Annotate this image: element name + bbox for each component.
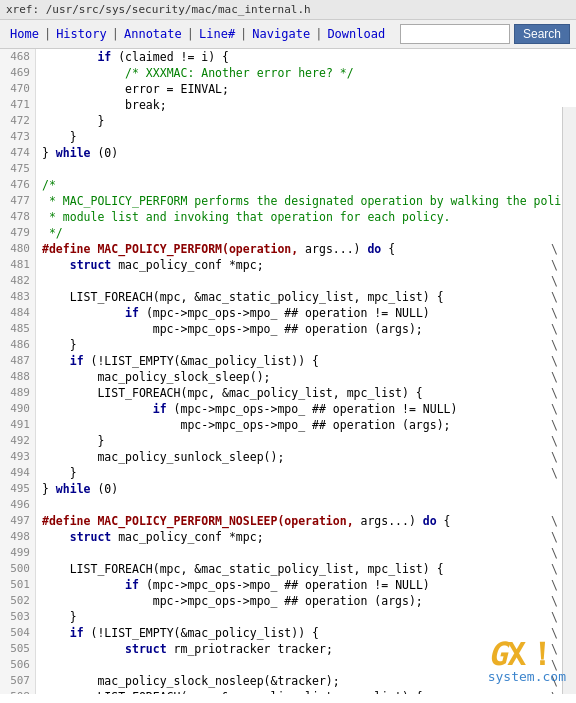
line-code: error = EINVAL; bbox=[36, 81, 576, 97]
line-number: 499 bbox=[0, 545, 36, 561]
line-number: 470 bbox=[0, 81, 36, 97]
line-continuation: \ bbox=[551, 337, 558, 353]
line-continuation: \ bbox=[551, 257, 558, 273]
line-code: /* bbox=[36, 177, 576, 193]
line-number: 481 bbox=[0, 257, 36, 273]
table-row: 481 struct mac_policy_conf *mpc;\ bbox=[0, 257, 576, 273]
line-code: * module list and invoking that operatio… bbox=[36, 209, 576, 225]
line-number: 471 bbox=[0, 97, 36, 113]
table-row: 473 } bbox=[0, 129, 576, 145]
line-number: 469 bbox=[0, 65, 36, 81]
search-input[interactable] bbox=[400, 24, 510, 44]
line-code: if (claimed != i) { bbox=[36, 49, 576, 65]
line-number: 503 bbox=[0, 609, 36, 625]
nav-sep-1: | bbox=[43, 27, 52, 41]
nav-sep-4: | bbox=[239, 27, 248, 41]
line-number: 496 bbox=[0, 497, 36, 513]
nav-sep-3: | bbox=[186, 27, 195, 41]
line-continuation: \ bbox=[551, 273, 558, 289]
nav-sep-5: | bbox=[314, 27, 323, 41]
line-number: 480 bbox=[0, 241, 36, 257]
line-code: struct mac_policy_conf *mpc;\ bbox=[36, 529, 576, 545]
line-continuation: \ bbox=[551, 241, 558, 257]
line-continuation: \ bbox=[551, 321, 558, 337]
line-continuation: \ bbox=[551, 433, 558, 449]
table-row: 482\ bbox=[0, 273, 576, 289]
line-number: 492 bbox=[0, 433, 36, 449]
table-row: 495} while (0) bbox=[0, 481, 576, 497]
line-code: } bbox=[36, 129, 576, 145]
line-code: LIST_FOREACH(mpc, &mac_static_policy_lis… bbox=[36, 561, 576, 577]
table-row: 489 LIST_FOREACH(mpc, &mac_policy_list, … bbox=[0, 385, 576, 401]
table-row: 468 if (claimed != i) { bbox=[0, 49, 576, 65]
nav-line[interactable]: Line# bbox=[195, 25, 239, 43]
line-code: LIST_FOREACH(mpc, &mac_policy_list, mpc_… bbox=[36, 689, 576, 694]
table-row: 502 mpc->mpc_ops->mpo_ ## operation (arg… bbox=[0, 593, 576, 609]
line-number: 506 bbox=[0, 657, 36, 673]
table-row: 501 if (mpc->mpc_ops->mpo_ ## operation … bbox=[0, 577, 576, 593]
nav-home[interactable]: Home bbox=[6, 25, 43, 43]
line-number: 495 bbox=[0, 481, 36, 497]
line-number: 497 bbox=[0, 513, 36, 529]
line-code: }\ bbox=[36, 465, 576, 481]
table-row: 503 }\ bbox=[0, 609, 576, 625]
line-continuation: \ bbox=[551, 577, 558, 593]
table-row: 492 }\ bbox=[0, 433, 576, 449]
line-code: }\ bbox=[36, 337, 576, 353]
line-number: 474 bbox=[0, 145, 36, 161]
line-number: 468 bbox=[0, 49, 36, 65]
scrollbar[interactable] bbox=[562, 107, 576, 694]
nav-download[interactable]: Download bbox=[323, 25, 389, 43]
line-code bbox=[36, 161, 576, 177]
line-continuation: \ bbox=[551, 417, 558, 433]
table-row: 493 mac_policy_sunlock_sleep();\ bbox=[0, 449, 576, 465]
table-row: 488 mac_policy_slock_sleep();\ bbox=[0, 369, 576, 385]
line-continuation: \ bbox=[551, 529, 558, 545]
table-row: 497#define MAC_POLICY_PERFORM_NOSLEEP(op… bbox=[0, 513, 576, 529]
table-row: 508 LIST_FOREACH(mpc, &mac_policy_list, … bbox=[0, 689, 576, 694]
line-number: 491 bbox=[0, 417, 36, 433]
table-row: 498 struct mac_policy_conf *mpc;\ bbox=[0, 529, 576, 545]
line-continuation: \ bbox=[551, 593, 558, 609]
nav-annotate[interactable]: Annotate bbox=[120, 25, 186, 43]
table-row: 494 }\ bbox=[0, 465, 576, 481]
line-code: } bbox=[36, 113, 576, 129]
search-button[interactable]: Search bbox=[514, 24, 570, 44]
line-code: mpc->mpc_ops->mpo_ ## operation (args);\ bbox=[36, 321, 576, 337]
lines-container: 468 if (claimed != i) {469 /* XXXMAC: An… bbox=[0, 49, 576, 694]
line-continuation: \ bbox=[551, 289, 558, 305]
line-code: \ bbox=[36, 545, 576, 561]
line-code: /* XXXMAC: Another error here? */ bbox=[36, 65, 576, 81]
line-code: * MAC_POLICY_PERFORM performs the design… bbox=[36, 193, 576, 209]
line-number: 487 bbox=[0, 353, 36, 369]
line-continuation: \ bbox=[551, 385, 558, 401]
table-row: 500 LIST_FOREACH(mpc, &mac_static_policy… bbox=[0, 561, 576, 577]
line-code: LIST_FOREACH(mpc, &mac_policy_list, mpc_… bbox=[36, 385, 576, 401]
nav-navigate[interactable]: Navigate bbox=[248, 25, 314, 43]
line-continuation: \ bbox=[551, 465, 558, 481]
line-number: 485 bbox=[0, 321, 36, 337]
line-number: 488 bbox=[0, 369, 36, 385]
line-number: 479 bbox=[0, 225, 36, 241]
nav-bar: Home | History | Annotate | Line# | Navi… bbox=[0, 20, 576, 49]
line-code: if (mpc->mpc_ops->mpo_ ## operation != N… bbox=[36, 401, 576, 417]
line-number: 482 bbox=[0, 273, 36, 289]
title-bar: xref: /usr/src/sys/security/mac/mac_inte… bbox=[0, 0, 576, 20]
line-number: 502 bbox=[0, 593, 36, 609]
line-number: 476 bbox=[0, 177, 36, 193]
line-continuation: \ bbox=[551, 449, 558, 465]
line-code: } while (0) bbox=[36, 145, 576, 161]
line-continuation: \ bbox=[551, 369, 558, 385]
title-text: xref: /usr/src/sys/security/mac/mac_inte… bbox=[6, 3, 311, 16]
table-row: 469 /* XXXMAC: Another error here? */ bbox=[0, 65, 576, 81]
nav-history[interactable]: History bbox=[52, 25, 111, 43]
line-number: 508 bbox=[0, 689, 36, 694]
line-code: struct mac_policy_conf *mpc;\ bbox=[36, 257, 576, 273]
line-code: */ bbox=[36, 225, 576, 241]
table-row: 485 mpc->mpc_ops->mpo_ ## operation (arg… bbox=[0, 321, 576, 337]
line-number: 478 bbox=[0, 209, 36, 225]
line-code: if (!LIST_EMPTY(&mac_policy_list)) {\ bbox=[36, 353, 576, 369]
table-row: 470 error = EINVAL; bbox=[0, 81, 576, 97]
line-number: 498 bbox=[0, 529, 36, 545]
line-continuation: \ bbox=[551, 353, 558, 369]
